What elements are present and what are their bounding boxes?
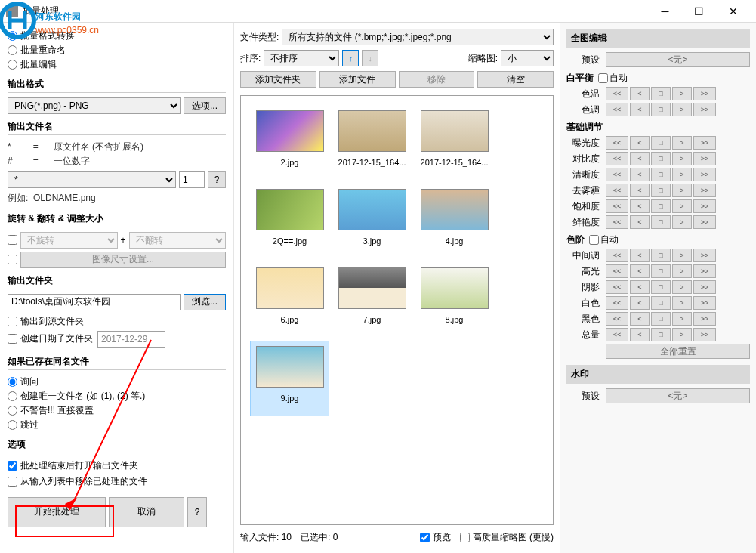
format-options-button[interactable]: 选项... [184,97,226,114]
vibrance-c[interactable]: □ [651,215,671,229]
exposure-l[interactable]: < [630,136,650,150]
shadow-ll[interactable]: << [606,280,628,294]
mid-rr[interactable]: >> [693,249,716,262]
thumbnail-item[interactable]: 2017-12-15_164... [332,105,412,181]
remove-button[interactable]: 移除 [399,71,475,88]
thumbnail-item[interactable]: 3.jpg [332,184,412,259]
reset-all-button[interactable]: 全部重置 [606,344,750,359]
dehaze-ll[interactable]: << [606,184,628,197]
sort-select[interactable]: 不排序 [264,50,339,66]
saturation-c[interactable]: □ [651,199,671,213]
total-c[interactable]: □ [651,328,671,341]
tint-r[interactable]: > [672,103,692,116]
clarity-rr[interactable]: >> [693,168,716,181]
remove-done-checkbox[interactable] [8,477,17,487]
temp-c[interactable]: □ [651,87,671,100]
vibrance-l[interactable]: < [630,215,650,229]
total-r[interactable]: > [672,328,692,341]
dehaze-rr[interactable]: >> [693,184,716,197]
mid-l[interactable]: < [630,249,650,262]
filename-number-input[interactable] [179,171,205,188]
temp-rr[interactable]: >> [693,87,716,100]
white-c[interactable]: □ [651,296,671,310]
shadow-rr[interactable]: >> [693,280,716,294]
dehaze-c[interactable]: □ [651,184,671,197]
thumbnail-grid[interactable]: 2.jpg 2017-12-15_164... 2017-12-15_164..… [240,95,554,525]
temp-l[interactable]: < [630,87,650,100]
filename-pattern-select[interactable]: * [8,171,176,188]
exposure-c[interactable]: □ [651,136,671,150]
mode-rename-radio[interactable] [8,45,17,55]
contrast-r[interactable]: > [672,152,692,165]
black-c[interactable]: □ [651,312,671,326]
temp-r[interactable]: > [672,87,692,100]
highlight-c[interactable]: □ [651,264,671,278]
maximize-button[interactable]: ☐ [682,0,716,23]
clarity-c[interactable]: □ [651,168,671,181]
clarity-r[interactable]: > [672,168,692,181]
wm-preset-button[interactable]: <无> [606,388,750,403]
thumb-size-select[interactable]: 小 [501,50,554,66]
tint-c[interactable]: □ [651,103,671,116]
shadow-c[interactable]: □ [651,280,671,294]
flip-select[interactable]: 不翻转 [129,232,227,249]
mode-convert-radio[interactable] [8,31,17,41]
rotate-checkbox[interactable] [8,235,17,245]
black-l[interactable]: < [630,312,650,326]
white-l[interactable]: < [630,296,650,310]
clarity-ll[interactable]: << [606,168,628,181]
tint-ll[interactable]: << [606,103,628,116]
saturation-ll[interactable]: << [606,199,628,213]
sort-desc-button[interactable]: ↓ [362,50,378,66]
contrast-ll[interactable]: << [606,152,628,165]
saturation-l[interactable]: < [630,199,650,213]
clear-button[interactable]: 清空 [477,71,554,88]
clarity-l[interactable]: < [630,168,650,181]
filename-help-button[interactable]: ? [208,171,226,188]
white-rr[interactable]: >> [693,296,716,310]
saturation-r[interactable]: > [672,199,692,213]
shadow-r[interactable]: > [672,280,692,294]
black-r[interactable]: > [672,312,692,326]
preview-checkbox[interactable] [420,533,430,542]
exists-ask-radio[interactable] [8,377,17,387]
minimize-button[interactable]: ─ [648,0,682,23]
filetype-select[interactable]: 所有支持的文件 (*.bmp;*.jpg;*.jpeg;*.png [282,29,554,45]
vibrance-rr[interactable]: >> [693,215,716,229]
start-batch-button[interactable]: 开始批处理 [8,497,106,527]
black-rr[interactable]: >> [693,312,716,326]
wb-auto-checkbox[interactable] [598,73,608,83]
cancel-button[interactable]: 取消 [109,497,184,527]
exposure-r[interactable]: > [672,136,692,150]
highlight-r[interactable]: > [672,264,692,278]
total-l[interactable]: < [630,328,650,341]
thumbnail-item[interactable]: 9.jpg [250,341,329,416]
help-button[interactable]: ? [187,497,207,527]
highlight-l[interactable]: < [630,264,650,278]
levels-auto-checkbox[interactable] [589,235,599,245]
exists-overwrite-radio[interactable] [8,406,17,416]
output-folder-input[interactable] [8,294,181,310]
black-ll[interactable]: << [606,312,628,326]
open-after-checkbox[interactable] [8,461,17,471]
highlight-ll[interactable]: << [606,264,628,278]
total-ll[interactable]: << [606,328,628,341]
thumbnail-item[interactable]: 8.jpg [415,262,494,338]
resize-checkbox[interactable] [8,255,17,264]
total-rr[interactable]: >> [693,328,716,341]
dehaze-l[interactable]: < [630,184,650,197]
thumbnail-item[interactable]: 2Q==.jpg [250,184,329,259]
add-folder-button[interactable]: 添加文件夹 [240,71,316,88]
contrast-c[interactable]: □ [651,152,671,165]
contrast-l[interactable]: < [630,152,650,165]
output-format-select[interactable]: PNG(*.png) - PNG [8,97,181,114]
thumbnail-item[interactable]: 7.jpg [332,262,412,338]
add-file-button[interactable]: 添加文件 [319,71,396,88]
thumbnail-item[interactable]: 6.jpg [250,262,329,338]
saturation-rr[interactable]: >> [693,199,716,213]
hq-thumb-checkbox[interactable] [460,533,470,542]
dehaze-r[interactable]: > [672,184,692,197]
date-folder-checkbox[interactable] [8,334,17,344]
rotate-select[interactable]: 不旋转 [20,232,118,249]
highlight-rr[interactable]: >> [693,264,716,278]
